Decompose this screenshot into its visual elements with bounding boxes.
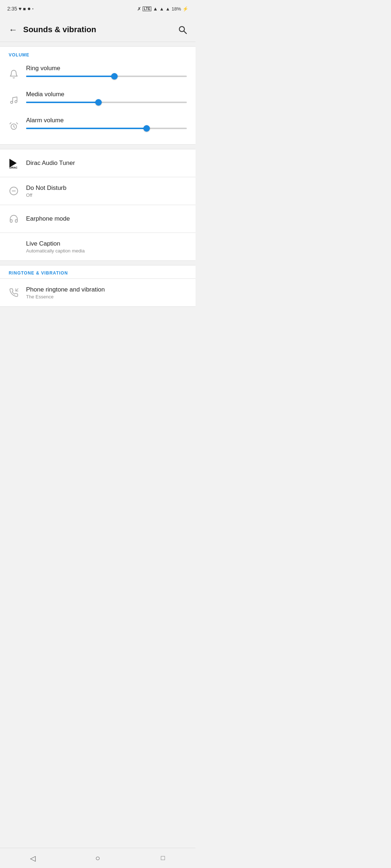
search-button[interactable] (175, 22, 190, 37)
lte-icon: LTE (143, 7, 151, 11)
ring-volume-item[interactable]: Ring volume (0, 60, 196, 86)
battery-percent: 18% (172, 6, 181, 12)
phone-ringtone-item[interactable]: Phone ringtone and vibration The Essence (0, 278, 196, 306)
svg-line-5 (10, 123, 11, 124)
settings-section: DIRAC Dirac Audio Tuner Do Not Disturb O… (0, 149, 196, 261)
dnd-title: Do Not Disturb (26, 184, 187, 192)
ringtone-section: RINGTONE & VIBRATION Phone ringtone and … (0, 265, 196, 307)
volume-section: VOLUME Ring volume Media volume (0, 46, 196, 145)
alarm-volume-fill (26, 128, 147, 129)
ring-volume-content: Ring volume (26, 65, 187, 77)
battery-bolt-icon: ⚡ (182, 6, 188, 12)
dirac-item[interactable]: DIRAC Dirac Audio Tuner (0, 149, 196, 177)
wifi-icon: ▲ (153, 6, 158, 12)
ring-volume-label: Ring volume (26, 65, 187, 72)
svg-line-11 (16, 289, 18, 291)
phone-icon (6, 285, 22, 301)
status-right: ✗ LTE ▲ ▲ ▲ 18% ⚡ (137, 6, 188, 12)
caption-subtitle: Automatically caption media (26, 248, 187, 254)
svg-line-6 (17, 123, 18, 124)
dot-icon: • (32, 7, 34, 11)
ring-volume-fill (26, 76, 114, 77)
svg-text:DIRAC: DIRAC (9, 166, 17, 169)
dnd-subtitle: Off (26, 192, 187, 198)
status-bar: 2:35 ♥ ■ ● • ✗ LTE ▲ ▲ ▲ 18% ⚡ (0, 0, 196, 17)
back-arrow-icon: ← (9, 25, 17, 35)
alarm-volume-label: Alarm volume (26, 117, 187, 124)
dirac-icon: DIRAC (6, 155, 22, 171)
square-icon: ■ (23, 6, 26, 12)
dirac-title: Dirac Audio Tuner (26, 159, 187, 167)
earphone-content: Earphone mode (26, 215, 187, 222)
volume-section-label: VOLUME (9, 52, 196, 58)
music-icon (6, 92, 22, 108)
page-title: Sounds & vibration (23, 25, 175, 34)
svg-line-1 (184, 31, 186, 33)
phone-ringtone-title: Phone ringtone and vibration (26, 286, 187, 293)
circle-icon: ● (27, 5, 31, 12)
heart-icon: ♥ (18, 6, 21, 12)
phone-ringtone-content: Phone ringtone and vibration The Essence (26, 286, 187, 299)
svg-point-2 (10, 101, 13, 103)
media-volume-label: Media volume (26, 91, 187, 98)
headphone-icon (6, 211, 22, 227)
media-volume-content: Media volume (26, 91, 187, 103)
search-icon (178, 25, 187, 34)
ring-volume-thumb (111, 73, 118, 80)
header: ← Sounds & vibration (0, 17, 196, 42)
dnd-icon (6, 183, 22, 199)
caption-content: Live Caption Automatically caption media (26, 240, 187, 254)
earphone-item[interactable]: Earphone mode (0, 205, 196, 233)
media-volume-slider[interactable] (26, 102, 187, 103)
alarm-volume-item[interactable]: Alarm volume (0, 112, 196, 139)
bluetooth-icon: ✗ (137, 6, 141, 12)
alarm-volume-thumb (143, 125, 150, 132)
caption-title: Live Caption (26, 240, 187, 247)
caption-icon (6, 239, 22, 255)
media-volume-item[interactable]: Media volume (0, 86, 196, 112)
media-volume-fill (26, 102, 98, 103)
dnd-item[interactable]: Do Not Disturb Off (0, 177, 196, 205)
alarm-volume-slider[interactable] (26, 128, 187, 129)
alarm-icon (6, 118, 22, 134)
status-left: 2:35 ♥ ■ ● • (7, 5, 34, 12)
status-time: 2:35 (7, 6, 17, 12)
signal-icon: ▲ (159, 6, 164, 12)
caption-item[interactable]: Live Caption Automatically caption media (0, 233, 196, 260)
phone-ringtone-subtitle: The Essence (26, 294, 187, 299)
signal2-icon: ▲ (165, 6, 170, 12)
back-button[interactable]: ← (6, 22, 20, 37)
earphone-title: Earphone mode (26, 215, 187, 222)
alarm-volume-content: Alarm volume (26, 117, 187, 129)
bell-icon (6, 66, 22, 82)
ring-volume-slider[interactable] (26, 76, 187, 77)
media-volume-thumb (95, 99, 102, 106)
dirac-content: Dirac Audio Tuner (26, 159, 187, 167)
dnd-content: Do Not Disturb Off (26, 184, 187, 198)
ringtone-section-label: RINGTONE & VIBRATION (9, 271, 196, 276)
